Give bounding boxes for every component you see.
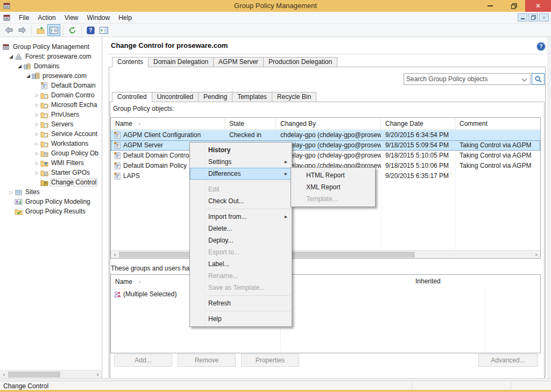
- mdi-close-button[interactable]: ✕: [539, 13, 549, 22]
- collapsed-arrow-icon[interactable]: ▷: [8, 190, 15, 195]
- chevron-down-icon[interactable]: [522, 76, 527, 82]
- back-button[interactable]: [2, 24, 15, 36]
- properties-button[interactable]: Properties: [241, 354, 299, 367]
- add-button[interactable]: Add...: [114, 354, 172, 367]
- collapsed-arrow-icon[interactable]: ▷: [33, 161, 40, 166]
- gpo-row-agpm-server[interactable]: AGPM Server Checked in chdelay-gpo (chde…: [111, 140, 540, 151]
- collapsed-arrow-icon[interactable]: ▷: [33, 122, 40, 127]
- column-header-change-date[interactable]: Change Date: [381, 118, 455, 130]
- menu-item-deploy[interactable]: Deploy...: [190, 234, 292, 246]
- gpo-row-agpm-client-configuration[interactable]: AGPM Client Configuration Checked in chd…: [111, 130, 540, 140]
- menu-item-rename[interactable]: Rename...: [190, 270, 292, 282]
- menu-action[interactable]: Action: [33, 12, 60, 24]
- menu-item-check-out[interactable]: Check Out...: [190, 195, 292, 207]
- tree-item-domains[interactable]: ◢Domains: [0, 61, 102, 71]
- tree-item-group-policy-objects[interactable]: ▷Group Policy Ob: [0, 148, 102, 158]
- tree-item-gp-results[interactable]: Group Policy Results: [0, 206, 102, 216]
- search-input[interactable]: [406, 74, 519, 84]
- tree-item-workstations[interactable]: ▷Workstations: [0, 139, 102, 148]
- menu-help[interactable]: Help: [114, 12, 136, 24]
- scroll-right-icon[interactable]: ›: [94, 370, 102, 378]
- tab-uncontrolled[interactable]: Uncontrolled: [152, 92, 199, 102]
- collapsed-arrow-icon[interactable]: ▷: [33, 103, 40, 108]
- menu-item-settings[interactable]: Settings▸: [190, 156, 292, 168]
- collapsed-arrow-icon[interactable]: ▷: [33, 112, 40, 117]
- tree-item-forest[interactable]: ◢Forest: proseware.com: [0, 52, 102, 61]
- column-header-name[interactable]: Name▲: [111, 118, 225, 130]
- menu-item-save-as-template[interactable]: Save as Template...: [190, 282, 292, 294]
- up-one-level-button[interactable]: [34, 24, 47, 36]
- menu-item-refresh[interactable]: Refresh: [190, 297, 292, 309]
- tree-item-service-accounts[interactable]: ▷Service Account: [0, 129, 102, 139]
- menu-item-differences[interactable]: Differences▸: [190, 168, 292, 180]
- action-pane-toggle-button[interactable]: [97, 24, 110, 36]
- tree-horizontal-scrollbar[interactable]: ‹ ›: [0, 370, 102, 378]
- tree-item-wmi-filters[interactable]: ▷WMI Filters: [0, 158, 102, 168]
- mdi-restore-button[interactable]: [528, 13, 538, 22]
- close-button[interactable]: ✕: [525, 0, 551, 12]
- scroll-right-icon[interactable]: ›: [532, 251, 540, 258]
- collapsed-arrow-icon[interactable]: ▷: [33, 151, 40, 156]
- search-combobox[interactable]: [404, 73, 531, 85]
- menu-window[interactable]: Window: [83, 12, 115, 24]
- tab-domain-delegation[interactable]: Domain Delegation: [148, 57, 214, 67]
- mdi-minimize-button[interactable]: [518, 13, 527, 22]
- tree-item-domain-controllers[interactable]: ▷Domain Contro: [0, 90, 102, 100]
- menu-item-label[interactable]: Label...: [190, 258, 292, 270]
- tree-item-default-domain-policy[interactable]: Default Domain: [0, 81, 102, 90]
- contextual-help-button[interactable]: ?: [536, 42, 546, 51]
- submenu-item-xml-report[interactable]: XML Report: [291, 181, 375, 193]
- tab-recycle-bin[interactable]: Recycle Bin: [272, 92, 316, 102]
- tab-controlled[interactable]: Controlled: [112, 92, 152, 102]
- scroll-thumb[interactable]: [8, 372, 60, 377]
- tree-item-starter-gpos[interactable]: ▷Starter GPOs: [0, 168, 102, 177]
- help-button[interactable]: ?: [84, 24, 97, 36]
- expanded-arrow-icon[interactable]: ◢: [25, 73, 32, 79]
- minimize-button[interactable]: [481, 0, 499, 12]
- groups-row-multiple-selected[interactable]: (Multiple Selected): [111, 289, 540, 300]
- tree-item-proseware-domain[interactable]: ◢proseware.com: [0, 71, 102, 81]
- remove-button[interactable]: Remove: [178, 354, 236, 367]
- refresh-button[interactable]: [66, 24, 79, 36]
- tree-item-gpm-root[interactable]: Group Policy Management: [0, 42, 102, 52]
- tab-production-delegation[interactable]: Production Delegation: [263, 57, 337, 67]
- menu-file[interactable]: File: [15, 12, 33, 24]
- collapsed-arrow-icon[interactable]: ▷: [33, 93, 40, 98]
- console-tree-toggle-button[interactable]: [47, 24, 60, 36]
- submenu-item-html-report[interactable]: HTML Report: [291, 169, 375, 181]
- column-header-state[interactable]: State: [225, 118, 276, 130]
- menu-item-help[interactable]: Help: [190, 313, 292, 325]
- forward-button[interactable]: [16, 24, 29, 36]
- menu-item-delete[interactable]: Delete...: [190, 223, 292, 234]
- column-header-changed-by[interactable]: Changed By: [276, 118, 381, 130]
- gpo-row-default-domain-controllers[interactable]: Default Domain Controllers chdelay-gpo (…: [111, 151, 540, 161]
- tree-item-sites[interactable]: ▷Sites: [0, 187, 102, 197]
- tab-agpm-server[interactable]: AGPM Server: [213, 57, 264, 67]
- menu-item-import-from[interactable]: Import from...▸: [190, 211, 292, 223]
- collapsed-arrow-icon[interactable]: ▷: [33, 132, 40, 137]
- column-header-comment[interactable]: Comment: [455, 118, 541, 130]
- collapsed-arrow-icon[interactable]: ▷: [33, 141, 40, 146]
- menu-item-history[interactable]: History: [190, 144, 292, 156]
- column-header-inherited[interactable]: Inherited: [411, 275, 485, 288]
- tree-item-gp-modeling[interactable]: Group Policy Modeling: [0, 197, 102, 206]
- menu-item-edit[interactable]: Edit: [190, 183, 292, 195]
- advanced-button[interactable]: Advanced...: [478, 354, 538, 367]
- tree-item-change-control[interactable]: Change Control: [0, 177, 102, 187]
- expanded-arrow-icon[interactable]: ◢: [8, 54, 15, 59]
- menu-view[interactable]: View: [60, 12, 83, 24]
- expanded-arrow-icon[interactable]: ◢: [16, 63, 23, 69]
- tree-item-privusers[interactable]: ▷PrivUsers: [0, 110, 102, 119]
- submenu-item-template[interactable]: Template...: [291, 193, 375, 205]
- tab-pending[interactable]: Pending: [198, 92, 232, 102]
- restore-button[interactable]: [505, 0, 523, 12]
- scroll-left-icon[interactable]: ‹: [111, 251, 119, 258]
- search-go-button[interactable]: [532, 73, 545, 85]
- collapsed-arrow-icon[interactable]: ▷: [33, 170, 40, 175]
- scroll-left-icon[interactable]: ‹: [0, 370, 8, 378]
- tree-item-servers[interactable]: ▷Servers: [0, 119, 102, 129]
- gpo-list-horizontal-scrollbar[interactable]: ‹ ›: [111, 250, 540, 258]
- menu-item-export-to[interactable]: Export to...: [190, 246, 292, 258]
- tab-contents[interactable]: Contents: [112, 57, 149, 67]
- tree-item-microsoft-exchange[interactable]: ▷Microsoft Excha: [0, 100, 102, 110]
